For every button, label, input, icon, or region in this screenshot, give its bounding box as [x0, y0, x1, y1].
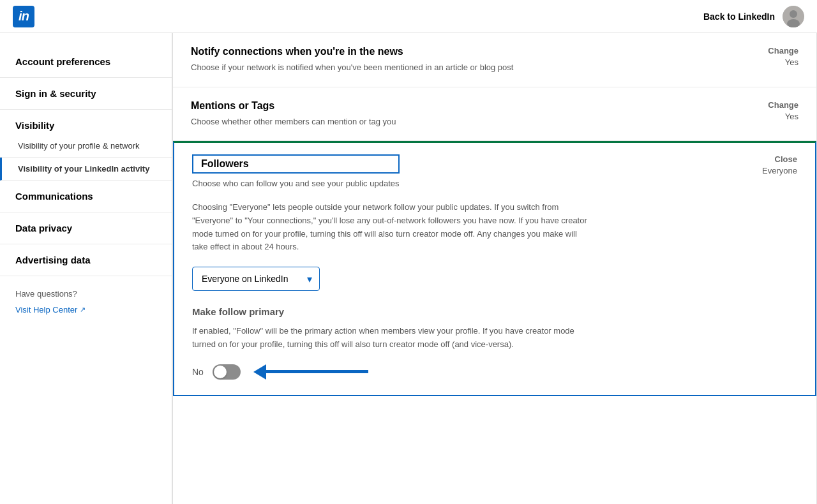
sidebar-item-advertising-data[interactable]: Advertising data [0, 244, 172, 276]
notify-connections-info: Notify connections when you're in the ne… [191, 46, 745, 74]
followers-dropdown-container: Everyone on LinkedIn Your connections on… [192, 267, 320, 291]
mentions-tags-action: Change Yes [760, 100, 798, 121]
followers-title: Followers [192, 154, 400, 174]
mentions-tags-title: Mentions or Tags [191, 100, 745, 112]
sidebar-item-visibility-linkedin-activity[interactable]: Visibility of your LinkedIn activity [0, 158, 172, 181]
mentions-tags-row: Mentions or Tags Choose whether other me… [173, 87, 816, 142]
main-content: Notify connections when you're in the ne… [172, 33, 817, 504]
sidebar: Account preferences Sign in & security V… [0, 33, 172, 504]
followers-dropdown-wrap: Everyone on LinkedIn Your connections on… [192, 267, 797, 291]
follow-primary-toggle[interactable] [213, 364, 241, 380]
followers-close-link[interactable]: Close [759, 154, 797, 164]
toggle-no-label: No [192, 367, 204, 377]
sidebar-item-visibility-profile-network[interactable]: Visibility of your profile & network [0, 135, 172, 158]
sidebar-help-question: Have questions? [0, 276, 172, 302]
followers-section: Followers Choose who can follow you and … [173, 141, 816, 396]
external-link-icon: ↗ [80, 306, 86, 314]
sidebar-item-data-privacy[interactable]: Data privacy [0, 212, 172, 244]
followers-body: Choosing "Everyone" lets people outside … [174, 195, 815, 395]
sidebar-item-sign-in-security[interactable]: Sign in & security [0, 78, 172, 110]
linkedin-logo[interactable]: in [13, 6, 34, 27]
layout: Account preferences Sign in & security V… [0, 33, 817, 504]
arrow-head-icon [253, 364, 266, 380]
followers-close-action: Close Everyone [759, 154, 797, 175]
sidebar-item-account-preferences[interactable]: Account preferences [0, 46, 172, 78]
followers-dropdown[interactable]: Everyone on LinkedIn Your connections on… [192, 267, 320, 291]
header: in Back to LinkedIn [0, 0, 817, 33]
followers-description: Choose who can follow you and see your p… [192, 179, 400, 188]
notify-connections-row: Notify connections when you're in the ne… [173, 33, 816, 87]
followers-explanation: Choosing "Everyone" lets people outside … [192, 201, 588, 254]
sidebar-item-communications[interactable]: Communications [0, 181, 172, 212]
sidebar-item-visibility[interactable]: Visibility [0, 110, 172, 135]
notify-connections-title: Notify connections when you're in the ne… [191, 46, 745, 57]
avatar[interactable] [783, 6, 804, 27]
followers-header: Followers Choose who can follow you and … [174, 143, 815, 195]
arrow-line [266, 370, 368, 373]
follow-primary-description: If enabled, "Follow" will be the primary… [192, 325, 588, 352]
mentions-tags-change-link[interactable]: Change [760, 100, 798, 110]
mentions-tags-value: Yes [785, 112, 798, 121]
follow-primary-label: Make follow primary [192, 306, 797, 317]
sidebar-help-link[interactable]: Visit Help Center ↗ [0, 302, 172, 327]
header-right: Back to LinkedIn [703, 6, 804, 27]
notify-connections-desc: Choose if your network is notified when … [191, 61, 745, 74]
mentions-tags-info: Mentions or Tags Choose whether other me… [191, 100, 745, 128]
arrow-indicator [255, 364, 368, 380]
back-to-linkedin-link[interactable]: Back to LinkedIn [703, 11, 775, 22]
notify-connections-action: Change Yes [760, 46, 798, 67]
followers-title-wrap: Followers Choose who can follow you and … [192, 154, 400, 188]
notify-connections-value: Yes [785, 57, 798, 67]
toggle-thumb [214, 366, 227, 378]
svg-point-1 [790, 10, 797, 18]
mentions-tags-desc: Choose whether other members can mention… [191, 115, 745, 128]
followers-action-value: Everyone [762, 166, 797, 175]
toggle-row: No [192, 364, 797, 380]
notify-connections-change-link[interactable]: Change [760, 46, 798, 56]
